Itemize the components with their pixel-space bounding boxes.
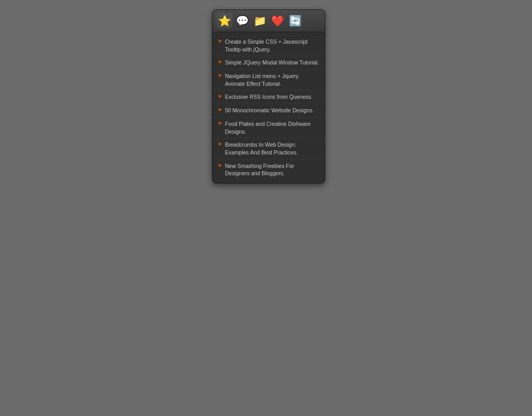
list-item[interactable]: ▶Simple JQuery Modal Window Tutorial. — [212, 56, 325, 70]
item-text: Create a Simple CSS + Javascript Tooltip… — [225, 38, 320, 53]
widget-panel: ⭐💬📁❤️🔄 ▶Create a Simple CSS + Javascript… — [212, 9, 325, 184]
item-text: Navigation List menu + Jquery Animate Ef… — [225, 72, 320, 87]
arrow-icon: ▶ — [219, 108, 222, 112]
item-text: New Smashing Freebies For Designers and … — [225, 162, 320, 177]
star-icon[interactable]: ⭐ — [217, 13, 232, 29]
item-text: Simple JQuery Modal Window Tutorial. — [225, 59, 319, 67]
list-item[interactable]: ▶New Smashing Freebies For Designers and… — [212, 160, 325, 180]
content-list: ▶Create a Simple CSS + Javascript Toolti… — [212, 32, 325, 183]
arrow-icon: ▶ — [219, 39, 222, 43]
list-item[interactable]: ▶Create a Simple CSS + Javascript Toolti… — [212, 35, 325, 56]
list-item[interactable]: ▶Exclusive RSS Icons from Queness. — [212, 90, 325, 104]
arrow-icon: ▶ — [219, 163, 222, 167]
item-text: Food Plates and Creative Dishware Design… — [225, 120, 320, 135]
comment-icon[interactable]: 💬 — [234, 13, 250, 29]
list-item[interactable]: ▶50 Monochromatic Website Designs. — [212, 104, 325, 118]
arrow-icon: ▶ — [219, 121, 222, 125]
arrow-icon: ▶ — [219, 60, 222, 64]
arrow-icon: ▶ — [219, 94, 222, 98]
list-item[interactable]: ▶Food Plates and Creative Dishware Desig… — [212, 118, 325, 138]
toolbar: ⭐💬📁❤️🔄 — [212, 10, 325, 32]
list-item[interactable]: ▶Navigation List menu + Jquery Animate E… — [212, 70, 325, 90]
item-text: Breadcrumbs In Web Design: Examples And … — [225, 141, 320, 156]
arrow-icon: ▶ — [219, 73, 222, 77]
folder-icon[interactable]: 📁 — [252, 13, 268, 29]
item-text: Exclusive RSS Icons from Queness. — [225, 93, 313, 101]
arrow-icon: ▶ — [219, 142, 222, 146]
item-text: 50 Monochromatic Website Designs. — [225, 107, 314, 114]
refresh-icon[interactable]: 🔄 — [287, 13, 303, 29]
list-item[interactable]: ▶Breadcrumbs In Web Design: Examples And… — [212, 138, 325, 159]
heart-icon[interactable]: ❤️ — [270, 13, 285, 29]
